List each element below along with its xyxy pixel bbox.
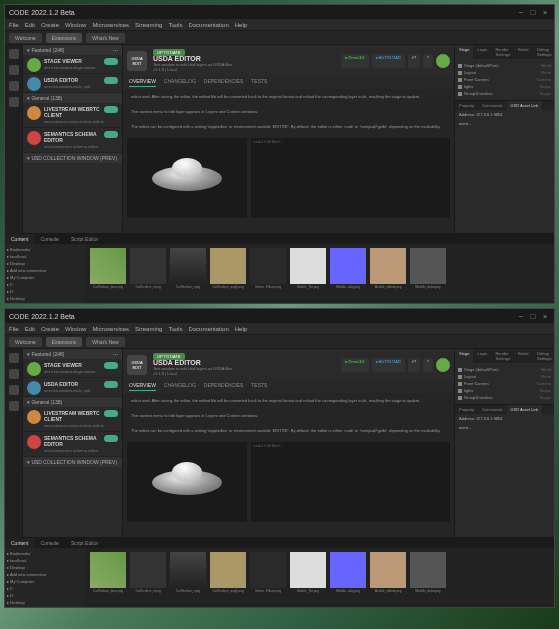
activity-icon[interactable] bbox=[9, 353, 19, 363]
ext-item[interactable]: SEMANTICS SCHEMA EDITORomni.semantics.sc… bbox=[23, 432, 122, 457]
filter-icon[interactable]: ⋯ bbox=[113, 351, 118, 357]
tree-item[interactable]: LayoutXform bbox=[458, 373, 551, 380]
tree-item[interactable]: LayoutXform bbox=[458, 69, 551, 76]
thumbnail[interactable]: CorfSurface_base.png bbox=[89, 552, 127, 603]
thumbnail[interactable]: CorfSurface_r.png bbox=[169, 248, 207, 299]
stage-tab[interactable]: Layer bbox=[473, 45, 491, 59]
tree-item[interactable]: Group1/meshesScope bbox=[458, 90, 551, 97]
tree-item[interactable]: lightsScope bbox=[458, 387, 551, 394]
preview-viewport[interactable] bbox=[127, 138, 247, 218]
filter-icon[interactable]: ⋯ bbox=[113, 47, 118, 53]
menu-create[interactable]: Create bbox=[41, 326, 59, 332]
thumbnail[interactable]: Metallic_albedo.png bbox=[369, 248, 407, 299]
ext-toggle[interactable] bbox=[104, 410, 118, 417]
stage-tab[interactable]: Stage bbox=[455, 45, 473, 59]
tree-item[interactable]: Front CameraCamera bbox=[458, 380, 551, 387]
menu-window[interactable]: Window bbox=[65, 326, 86, 332]
stage-tab[interactable]: Fabric bbox=[514, 45, 533, 59]
ext-toggle[interactable] bbox=[104, 131, 118, 138]
toolbar-tab[interactable]: Welcome bbox=[9, 337, 42, 347]
thumbnail[interactable]: Metallic_detail.png bbox=[409, 248, 447, 299]
menu-tools[interactable]: Tools bbox=[168, 326, 182, 332]
stage-tab[interactable]: Render Settings bbox=[491, 45, 513, 59]
detail-pill[interactable]: ● Omni.3.0 bbox=[341, 54, 369, 68]
launch-icon[interactable] bbox=[436, 358, 450, 372]
ext-item[interactable]: USDA EDITORomni.kit.window.usda_edit bbox=[23, 378, 122, 397]
ext-header[interactable]: ▾ Featured (248)⋯ bbox=[23, 45, 122, 55]
folder-item[interactable]: ▸ My Computer bbox=[7, 578, 83, 585]
thumbnail[interactable]: Metallic_detail.png bbox=[409, 552, 447, 603]
toolbar-tab[interactable]: Extensions bbox=[46, 33, 82, 43]
menu-microservices[interactable]: Microservices bbox=[92, 22, 129, 28]
tree-item[interactable]: lightsScope bbox=[458, 83, 551, 90]
ext-toggle[interactable] bbox=[104, 58, 118, 65]
folder-item[interactable]: ▸ Desktop bbox=[7, 564, 83, 571]
toolbar-tab[interactable]: What's New bbox=[86, 337, 125, 347]
folder-item[interactable]: ▸ Desktop bbox=[7, 599, 83, 606]
ext-item[interactable]: SEMANTICS SCHEMA EDITORomni.semantics.sc… bbox=[23, 128, 122, 153]
activity-icon[interactable] bbox=[9, 385, 19, 395]
maximize-button[interactable]: □ bbox=[528, 7, 538, 17]
prop-tab[interactable]: Property bbox=[455, 405, 478, 414]
folder-item[interactable]: ▸ Desktop bbox=[7, 260, 83, 267]
stage-tab[interactable]: Layer bbox=[473, 349, 491, 363]
folder-item[interactable]: ▸ D: bbox=[7, 288, 83, 295]
toolbar-tab[interactable]: What's New bbox=[86, 33, 125, 43]
thumbnail[interactable]: CorfSurface_r.png bbox=[169, 552, 207, 603]
menu-help[interactable]: Help bbox=[235, 326, 247, 332]
help-icon[interactable]: ? bbox=[423, 358, 433, 372]
detail-pill[interactable]: ● AUTOLOAD bbox=[372, 358, 405, 372]
ext-toggle[interactable] bbox=[104, 106, 118, 113]
detail-tab[interactable]: DEPENDENCIES bbox=[204, 382, 243, 391]
menu-file[interactable]: File bbox=[9, 22, 19, 28]
tree-item[interactable]: Group1/meshesScope bbox=[458, 394, 551, 401]
menu-documentation[interactable]: Documentation bbox=[188, 326, 228, 332]
folder-item[interactable]: ▸ Bookmarks bbox=[7, 246, 83, 253]
folder-item[interactable]: ▸ Add new connection bbox=[7, 267, 83, 274]
tag-icon[interactable]: 🏷 bbox=[408, 54, 420, 68]
ext-header[interactable]: ▾ Featured (248)⋯ bbox=[23, 349, 122, 359]
bottom-tab[interactable]: Content bbox=[5, 234, 35, 244]
preview-code[interactable]: #usda 1.0 def Mesh ... bbox=[251, 442, 450, 522]
menu-file[interactable]: File bbox=[9, 326, 19, 332]
preview-viewport[interactable] bbox=[127, 442, 247, 522]
prop-tab[interactable]: Commands bbox=[478, 405, 506, 414]
ext-item[interactable]: ▾ General (138) bbox=[23, 397, 122, 407]
activity-icon[interactable] bbox=[9, 401, 19, 411]
stage-tab[interactable]: Fabric bbox=[514, 349, 533, 363]
thumbnail[interactable]: CorfSurface_base.png bbox=[89, 248, 127, 299]
tree-item[interactable]: Front CameraCamera bbox=[458, 76, 551, 83]
ext-item[interactable]: ▾ USD COLLECTION WINDOW (PREV) bbox=[23, 153, 122, 163]
close-button[interactable]: × bbox=[540, 311, 550, 321]
detail-tab[interactable]: OVERVIEW bbox=[129, 382, 156, 391]
folder-item[interactable]: ▸ localhost bbox=[7, 557, 83, 564]
minimize-button[interactable]: − bbox=[516, 311, 526, 321]
prop-tab[interactable]: Property bbox=[455, 101, 478, 110]
thumbnail[interactable]: Stones_Diffuse.png bbox=[249, 248, 287, 299]
detail-pill[interactable]: ● AUTOLOAD bbox=[372, 54, 405, 68]
menu-edit[interactable]: Edit bbox=[25, 22, 35, 28]
thumbnail[interactable]: CorfSurface_rough.png bbox=[209, 248, 247, 299]
ext-item[interactable]: STAGE VIEWERomni.kit.window.stage.viewer bbox=[23, 359, 122, 378]
maximize-button[interactable]: □ bbox=[528, 311, 538, 321]
launch-icon[interactable] bbox=[436, 54, 450, 68]
address-field[interactable]: Address: 127.0.0.1:9001 bbox=[455, 110, 554, 119]
menu-tools[interactable]: Tools bbox=[168, 22, 182, 28]
detail-tab[interactable]: CHANGELOG bbox=[164, 382, 196, 391]
menu-streaming[interactable]: Streaming bbox=[135, 326, 162, 332]
thumbnail[interactable]: CorfSurface_n.png bbox=[129, 248, 167, 299]
folder-item[interactable]: ▸ localhost bbox=[7, 253, 83, 260]
ext-item[interactable]: LIVESTREAM WEBRTC CLIENTomni.services.st… bbox=[23, 103, 122, 128]
detail-tab[interactable]: TESTS bbox=[251, 78, 267, 87]
preview-code[interactable]: #usda 1.0 def Mesh ... bbox=[251, 138, 450, 218]
ext-item[interactable]: ▾ General (138) bbox=[23, 93, 122, 103]
folder-item[interactable]: ▸ C: bbox=[7, 281, 83, 288]
detail-pill[interactable]: ● Omni.3.0 bbox=[341, 358, 369, 372]
ext-item[interactable]: LIVESTREAM WEBRTC CLIENTomni.services.st… bbox=[23, 407, 122, 432]
activity-icon[interactable] bbox=[9, 97, 19, 107]
folder-item[interactable]: ▸ My Computer bbox=[7, 274, 83, 281]
prop-tab[interactable]: USD Asset Link bbox=[507, 101, 543, 110]
tag-icon[interactable]: 🏷 bbox=[408, 358, 420, 372]
activity-icon[interactable] bbox=[9, 49, 19, 59]
bottom-tab[interactable]: Console bbox=[35, 538, 65, 548]
